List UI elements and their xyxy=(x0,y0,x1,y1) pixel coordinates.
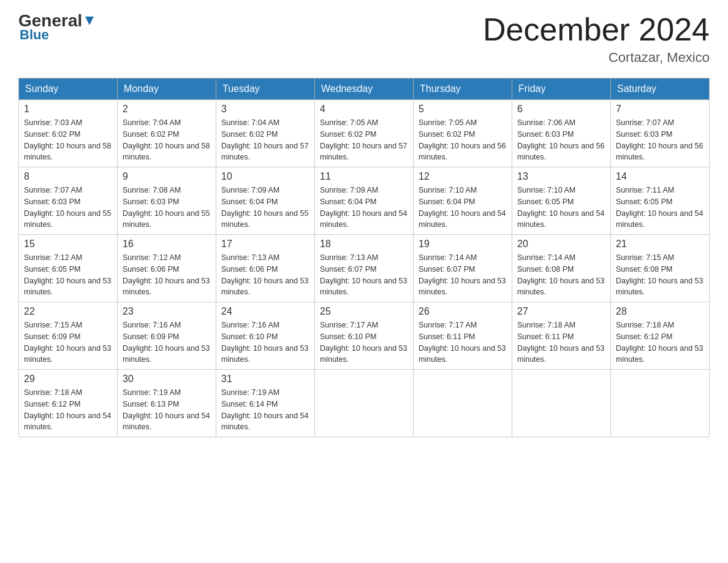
day-number: 31 xyxy=(221,373,309,385)
title-block: December 2024 Cortazar, Mexico xyxy=(483,12,710,66)
day-number: 14 xyxy=(616,171,704,182)
calendar-cell: 13 Sunrise: 7:10 AMSunset: 6:05 PMDaylig… xyxy=(512,167,611,235)
calendar-week-2: 8 Sunrise: 7:07 AMSunset: 6:03 PMDayligh… xyxy=(19,167,710,235)
day-info: Sunrise: 7:03 AMSunset: 6:02 PMDaylight:… xyxy=(24,117,112,163)
day-info: Sunrise: 7:04 AMSunset: 6:02 PMDaylight:… xyxy=(221,117,309,163)
day-info: Sunrise: 7:18 AMSunset: 6:11 PMDaylight:… xyxy=(517,320,605,366)
day-info: Sunrise: 7:19 AMSunset: 6:13 PMDaylight:… xyxy=(123,387,211,433)
day-number: 12 xyxy=(419,171,507,182)
col-header-wednesday: Wednesday xyxy=(315,79,414,100)
day-info: Sunrise: 7:04 AMSunset: 6:02 PMDaylight:… xyxy=(123,117,211,163)
calendar-cell: 14 Sunrise: 7:11 AMSunset: 6:05 PMDaylig… xyxy=(611,167,710,235)
day-info: Sunrise: 7:07 AMSunset: 6:03 PMDaylight:… xyxy=(24,185,112,231)
day-info: Sunrise: 7:19 AMSunset: 6:14 PMDaylight:… xyxy=(221,387,309,433)
calendar-cell: 19 Sunrise: 7:14 AMSunset: 6:07 PMDaylig… xyxy=(414,235,512,302)
day-info: Sunrise: 7:16 AMSunset: 6:09 PMDaylight:… xyxy=(123,320,211,366)
day-info: Sunrise: 7:07 AMSunset: 6:03 PMDaylight:… xyxy=(616,117,704,163)
day-number: 3 xyxy=(221,104,309,115)
svg-marker-0 xyxy=(85,17,94,25)
day-number: 2 xyxy=(123,104,211,115)
day-number: 22 xyxy=(24,306,112,317)
day-info: Sunrise: 7:06 AMSunset: 6:03 PMDaylight:… xyxy=(517,117,605,163)
day-info: Sunrise: 7:10 AMSunset: 6:05 PMDaylight:… xyxy=(517,185,605,231)
day-info: Sunrise: 7:09 AMSunset: 6:04 PMDaylight:… xyxy=(221,185,309,231)
day-info: Sunrise: 7:17 AMSunset: 6:10 PMDaylight:… xyxy=(320,320,408,366)
calendar-week-3: 15 Sunrise: 7:12 AMSunset: 6:05 PMDaylig… xyxy=(19,235,710,302)
day-number: 23 xyxy=(123,306,211,317)
calendar-cell xyxy=(414,370,512,437)
day-info: Sunrise: 7:18 AMSunset: 6:12 PMDaylight:… xyxy=(24,387,112,433)
day-number: 6 xyxy=(517,104,605,115)
day-info: Sunrise: 7:18 AMSunset: 6:12 PMDaylight:… xyxy=(616,320,704,366)
calendar-cell: 29 Sunrise: 7:18 AMSunset: 6:12 PMDaylig… xyxy=(19,370,118,437)
calendar-cell xyxy=(512,370,611,437)
day-info: Sunrise: 7:10 AMSunset: 6:04 PMDaylight:… xyxy=(419,185,507,231)
day-info: Sunrise: 7:08 AMSunset: 6:03 PMDaylight:… xyxy=(123,185,211,231)
calendar-cell xyxy=(611,370,710,437)
calendar-week-4: 22 Sunrise: 7:15 AMSunset: 6:09 PMDaylig… xyxy=(19,302,710,370)
day-info: Sunrise: 7:14 AMSunset: 6:08 PMDaylight:… xyxy=(517,252,605,298)
col-header-sunday: Sunday xyxy=(19,79,118,100)
day-info: Sunrise: 7:05 AMSunset: 6:02 PMDaylight:… xyxy=(320,117,408,163)
calendar-cell: 25 Sunrise: 7:17 AMSunset: 6:10 PMDaylig… xyxy=(315,302,414,370)
day-info: Sunrise: 7:17 AMSunset: 6:11 PMDaylight:… xyxy=(419,320,507,366)
calendar-cell: 20 Sunrise: 7:14 AMSunset: 6:08 PMDaylig… xyxy=(512,235,611,302)
calendar-cell: 30 Sunrise: 7:19 AMSunset: 6:13 PMDaylig… xyxy=(118,370,216,437)
calendar-cell: 18 Sunrise: 7:13 AMSunset: 6:07 PMDaylig… xyxy=(315,235,414,302)
calendar-cell xyxy=(315,370,414,437)
day-info: Sunrise: 7:09 AMSunset: 6:04 PMDaylight:… xyxy=(320,185,408,231)
col-header-tuesday: Tuesday xyxy=(216,79,315,100)
day-number: 16 xyxy=(123,239,211,250)
day-info: Sunrise: 7:16 AMSunset: 6:10 PMDaylight:… xyxy=(221,320,309,366)
logo-arrow-icon xyxy=(83,14,96,28)
calendar-cell: 2 Sunrise: 7:04 AMSunset: 6:02 PMDayligh… xyxy=(118,100,216,167)
day-number: 20 xyxy=(517,239,605,250)
day-number: 19 xyxy=(419,239,507,250)
day-info: Sunrise: 7:15 AMSunset: 6:08 PMDaylight:… xyxy=(616,252,704,298)
day-number: 10 xyxy=(221,171,309,182)
day-number: 8 xyxy=(24,171,112,182)
calendar-cell: 16 Sunrise: 7:12 AMSunset: 6:06 PMDaylig… xyxy=(118,235,216,302)
calendar-cell: 1 Sunrise: 7:03 AMSunset: 6:02 PMDayligh… xyxy=(19,100,118,167)
calendar-cell: 11 Sunrise: 7:09 AMSunset: 6:04 PMDaylig… xyxy=(315,167,414,235)
day-info: Sunrise: 7:14 AMSunset: 6:07 PMDaylight:… xyxy=(419,252,507,298)
col-header-friday: Friday xyxy=(512,79,611,100)
day-number: 4 xyxy=(320,104,408,115)
calendar-cell: 31 Sunrise: 7:19 AMSunset: 6:14 PMDaylig… xyxy=(216,370,315,437)
logo-blue: Blue xyxy=(18,27,49,43)
day-number: 21 xyxy=(616,239,704,250)
day-info: Sunrise: 7:15 AMSunset: 6:09 PMDaylight:… xyxy=(24,320,112,366)
calendar-week-1: 1 Sunrise: 7:03 AMSunset: 6:02 PMDayligh… xyxy=(19,100,710,167)
day-number: 13 xyxy=(517,171,605,182)
calendar-cell: 24 Sunrise: 7:16 AMSunset: 6:10 PMDaylig… xyxy=(216,302,315,370)
day-number: 27 xyxy=(517,306,605,317)
col-header-thursday: Thursday xyxy=(414,79,512,100)
col-header-monday: Monday xyxy=(118,79,216,100)
calendar-cell: 10 Sunrise: 7:09 AMSunset: 6:04 PMDaylig… xyxy=(216,167,315,235)
calendar-cell: 3 Sunrise: 7:04 AMSunset: 6:02 PMDayligh… xyxy=(216,100,315,167)
calendar-cell: 28 Sunrise: 7:18 AMSunset: 6:12 PMDaylig… xyxy=(611,302,710,370)
logo: General Blue xyxy=(18,12,96,43)
day-number: 15 xyxy=(24,239,112,250)
calendar-cell: 4 Sunrise: 7:05 AMSunset: 6:02 PMDayligh… xyxy=(315,100,414,167)
calendar-cell: 6 Sunrise: 7:06 AMSunset: 6:03 PMDayligh… xyxy=(512,100,611,167)
location: Cortazar, Mexico xyxy=(483,50,710,66)
day-info: Sunrise: 7:11 AMSunset: 6:05 PMDaylight:… xyxy=(616,185,704,231)
day-number: 17 xyxy=(221,239,309,250)
day-number: 30 xyxy=(123,373,211,385)
calendar-cell: 8 Sunrise: 7:07 AMSunset: 6:03 PMDayligh… xyxy=(19,167,118,235)
day-info: Sunrise: 7:13 AMSunset: 6:07 PMDaylight:… xyxy=(320,252,408,298)
day-number: 26 xyxy=(419,306,507,317)
day-number: 29 xyxy=(24,373,112,385)
day-number: 18 xyxy=(320,239,408,250)
day-number: 25 xyxy=(320,306,408,317)
day-info: Sunrise: 7:05 AMSunset: 6:02 PMDaylight:… xyxy=(419,117,507,163)
col-header-saturday: Saturday xyxy=(611,79,710,100)
calendar-cell: 12 Sunrise: 7:10 AMSunset: 6:04 PMDaylig… xyxy=(414,167,512,235)
calendar-cell: 17 Sunrise: 7:13 AMSunset: 6:06 PMDaylig… xyxy=(216,235,315,302)
calendar-cell: 23 Sunrise: 7:16 AMSunset: 6:09 PMDaylig… xyxy=(118,302,216,370)
day-number: 5 xyxy=(419,104,507,115)
day-info: Sunrise: 7:13 AMSunset: 6:06 PMDaylight:… xyxy=(221,252,309,298)
day-info: Sunrise: 7:12 AMSunset: 6:06 PMDaylight:… xyxy=(123,252,211,298)
calendar-cell: 26 Sunrise: 7:17 AMSunset: 6:11 PMDaylig… xyxy=(414,302,512,370)
